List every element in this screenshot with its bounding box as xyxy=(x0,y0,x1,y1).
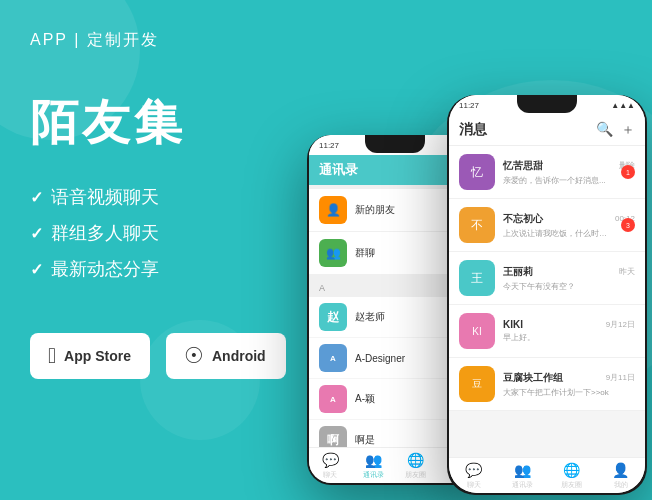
group-chat-icon: 👥 xyxy=(319,239,347,267)
apple-icon:  xyxy=(48,343,56,369)
msg-avatar-3: KI xyxy=(459,313,495,349)
moments-tab-label-front: 朋友圈 xyxy=(561,480,582,490)
app-title: 陌友集 xyxy=(30,91,300,155)
msg-name-3: KIKI xyxy=(503,319,523,330)
contact-avatar-1: A xyxy=(319,344,347,372)
tab-chat-back[interactable]: 💬 聊天 xyxy=(309,452,352,480)
msg-preview-0: 亲爱的，告诉你一个好消息... xyxy=(503,175,613,186)
tab-mine-front[interactable]: 👤 我的 xyxy=(596,462,645,490)
message-item-1[interactable]: 不 不忘初心 00:12 上次说让请我吃饭，什么时候安排上哦？ 3 xyxy=(449,199,645,252)
contacts-title: 通讯录 xyxy=(319,161,358,179)
tab-chat-front[interactable]: 💬 聊天 xyxy=(449,462,498,490)
contacts-tab-icon-front: 👥 xyxy=(514,462,531,478)
msg-avatar-0: 忆 xyxy=(459,154,495,190)
status-icons-front: ▲▲▲ xyxy=(611,101,635,110)
tab-contacts-front[interactable]: 👥 通讯录 xyxy=(498,462,547,490)
msg-preview-4: 大家下午把工作计划一下>>ok xyxy=(503,387,613,398)
appstore-label: App Store xyxy=(64,348,131,364)
messages-header-icons: 🔍 ＋ xyxy=(596,121,635,139)
mine-tab-icon-front: 👤 xyxy=(612,462,629,478)
contact-name-1: A-Designer xyxy=(355,353,405,364)
msg-avatar-2: 王 xyxy=(459,260,495,296)
android-button[interactable]: ☉ Android xyxy=(166,333,286,379)
contacts-tab-label: 通讯录 xyxy=(363,470,384,480)
new-friends-label: 新的朋友 xyxy=(355,203,395,217)
contact-name-3: 啊是 xyxy=(355,433,375,447)
msg-preview-2: 今天下午有没有空？ xyxy=(503,281,613,292)
contact-avatar-2: A xyxy=(319,385,347,413)
contact-avatar-0: 赵 xyxy=(319,303,347,331)
msg-preview-1: 上次说让请我吃饭，什么时候安排上哦？ xyxy=(503,228,613,239)
msg-content-0: 忆苦思甜 删除 亲爱的，告诉你一个好消息... xyxy=(503,159,635,186)
chat-tab-icon-front: 💬 xyxy=(465,462,482,478)
msg-content-2: 王丽莉 昨天 今天下午有没有空？ xyxy=(503,265,635,292)
msg-time-4: 9月11日 xyxy=(606,372,635,383)
phone-notch-front xyxy=(517,95,577,113)
message-item-3[interactable]: KI KIKI 9月12日 早上好。 xyxy=(449,305,645,358)
appstore-button[interactable]:  App Store xyxy=(30,333,150,379)
msg-avatar-4: 豆 xyxy=(459,366,495,402)
group-chat-label: 群聊 xyxy=(355,246,375,260)
header-tag: APP | 定制开发 xyxy=(30,30,300,51)
msg-time-2: 昨天 xyxy=(619,266,635,277)
feature-item-3: 最新动态分享 xyxy=(30,257,300,281)
moments-tab-label: 朋友圈 xyxy=(405,470,426,480)
contact-name-2: A-颖 xyxy=(355,392,375,406)
msg-name-1: 不忘初心 xyxy=(503,212,543,226)
msg-time-3: 9月12日 xyxy=(606,319,635,330)
msg-name-2: 王丽莉 xyxy=(503,265,533,279)
message-item-4[interactable]: 豆 豆腐块工作组 9月11日 大家下午把工作计划一下>>ok xyxy=(449,358,645,411)
msg-content-4: 豆腐块工作组 9月11日 大家下午把工作计划一下>>ok xyxy=(503,371,635,398)
moments-tab-icon-front: 🌐 xyxy=(563,462,580,478)
chat-tab-icon: 💬 xyxy=(322,452,339,468)
chat-tab-label: 聊天 xyxy=(323,470,337,480)
feature-item-2: 群组多人聊天 xyxy=(30,221,300,245)
feature-item-1: 语音视频聊天 xyxy=(30,185,300,209)
messages-header: 消息 🔍 ＋ xyxy=(449,115,645,146)
left-panel: APP | 定制开发 陌友集 语音视频聊天 群组多人聊天 最新动态分享  Ap… xyxy=(0,0,330,500)
messages-title: 消息 xyxy=(459,121,487,139)
right-panel: 11:27 ▲▲▲ 通讯录 🔍 👤 新的朋友 👥 群聊 xyxy=(292,0,652,500)
msg-avatar-1: 不 xyxy=(459,207,495,243)
moments-tab-icon: 🌐 xyxy=(407,452,424,468)
status-time-front: 11:27 xyxy=(459,101,479,110)
features-list: 语音视频聊天 群组多人聊天 最新动态分享 xyxy=(30,185,300,293)
new-friends-icon: 👤 xyxy=(319,196,347,224)
msg-badge-1: 3 xyxy=(621,218,635,232)
msg-content-3: KIKI 9月12日 早上好。 xyxy=(503,319,635,343)
status-time-back: 11:27 xyxy=(319,141,339,150)
store-buttons:  App Store ☉ Android xyxy=(30,333,300,379)
message-item-2[interactable]: 王 王丽莉 昨天 今天下午有没有空？ xyxy=(449,252,645,305)
search-icon-front[interactable]: 🔍 xyxy=(596,121,613,139)
contacts-tab-label-front: 通讯录 xyxy=(512,480,533,490)
tab-moments-back[interactable]: 🌐 朋友圈 xyxy=(395,452,438,480)
message-item-0[interactable]: 忆 忆苦思甜 删除 亲爱的，告诉你一个好消息... 1 xyxy=(449,146,645,199)
tab-moments-front[interactable]: 🌐 朋友圈 xyxy=(547,462,596,490)
phone-notch-back xyxy=(365,135,425,153)
phone-messages: 11:27 ▲▲▲ 消息 🔍 ＋ 忆 xyxy=(447,95,647,495)
messages-tab-bar: 💬 聊天 👥 通讯录 🌐 朋友圈 👤 我的 xyxy=(449,457,645,493)
android-icon: ☉ xyxy=(184,343,204,369)
msg-name-4: 豆腐块工作组 xyxy=(503,371,563,385)
msg-badge-0: 1 xyxy=(621,165,635,179)
add-icon-front[interactable]: ＋ xyxy=(621,121,635,139)
chat-tab-label-front: 聊天 xyxy=(467,480,481,490)
mine-tab-label-front: 我的 xyxy=(614,480,628,490)
tab-contacts-back[interactable]: 👥 通讯录 xyxy=(352,452,395,480)
msg-name-0: 忆苦思甜 xyxy=(503,159,543,173)
msg-preview-3: 早上好。 xyxy=(503,332,613,343)
messages-screen: 11:27 ▲▲▲ 消息 🔍 ＋ 忆 xyxy=(449,95,645,493)
msg-content-1: 不忘初心 00:12 上次说让请我吃饭，什么时候安排上哦？ xyxy=(503,212,635,239)
contact-name-0: 赵老师 xyxy=(355,310,385,324)
contacts-tab-icon: 👥 xyxy=(365,452,382,468)
android-label: Android xyxy=(212,348,266,364)
